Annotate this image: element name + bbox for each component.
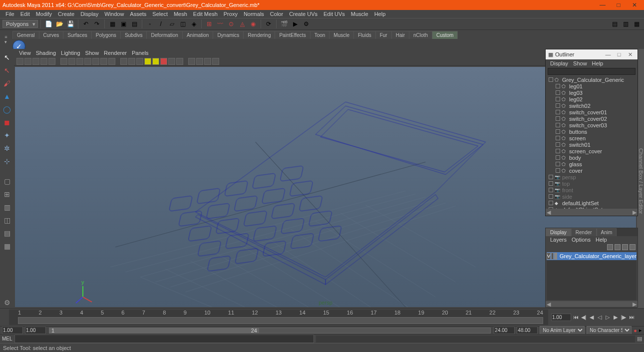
view-transform-icon[interactable] [196,58,203,65]
gate-mask-icon[interactable] [84,58,91,65]
menu-color[interactable]: Color [267,11,286,17]
menu-edit[interactable]: Edit [17,11,33,17]
xray-joints-icon[interactable] [176,58,183,65]
panel-menu-shading[interactable]: Shading [33,50,58,56]
menu-mesh[interactable]: Mesh [171,11,190,17]
shelf-tab-fur[interactable]: Fur [375,31,392,39]
layer-list[interactable]: VGrey_Calculator_Generic_layer [547,252,637,300]
close-button[interactable]: ✕ [628,1,642,9]
menu-muscle[interactable]: Muscle [348,11,371,17]
snap-live-icon[interactable]: ◉ [248,19,258,29]
outliner-close-button[interactable]: ✕ [625,51,635,58]
outliner-item[interactable]: ◆defaultLightSet [546,200,638,206]
snap-point-icon[interactable]: ⊙ [226,19,236,29]
character-set-select[interactable]: No Character Set [587,326,632,335]
outliner-item[interactable]: ⬠cover [546,167,638,174]
outliner-layout[interactable]: ▤ [1,228,12,239]
anim-end-field[interactable] [517,327,538,334]
outliner-menu[interactable]: DisplayShowHelp [546,59,638,67]
move-tool[interactable]: ▲ [1,91,12,102]
panel-menu-panels[interactable]: Panels [129,50,151,56]
layer-menu-options[interactable]: Options [569,237,593,243]
outliner-menu-show[interactable]: Show [571,60,590,66]
toggle-toolsettings-icon[interactable]: ▥ [621,19,631,29]
wireframe-icon[interactable] [120,58,127,65]
command-input[interactable] [14,335,314,343]
use-all-lights-icon[interactable] [144,58,151,65]
outliner-menu-help[interactable]: Help [590,60,606,66]
menu-select[interactable]: Select [149,11,171,17]
xray-icon[interactable] [168,58,175,65]
shelf-tab-surfaces[interactable]: Surfaces [63,31,91,39]
outliner-minimize-button[interactable]: — [603,51,613,58]
outliner-hscroll[interactable]: ◀▶ [546,209,638,216]
select-component-icon[interactable]: ▤ [129,19,139,29]
menu-create[interactable]: Create [55,11,77,17]
step-back-key-icon[interactable]: ◀| [580,314,587,321]
outliner-search-input[interactable] [548,68,636,75]
exposure-icon[interactable] [204,58,211,65]
autokey-icon[interactable]: ● [634,328,637,334]
script-language-label[interactable]: MEL [2,336,12,342]
outliner-item[interactable]: ⬠leg03 [546,89,638,96]
textured-icon[interactable] [136,58,143,65]
shelf-tab-painteffects[interactable]: PaintEffects [275,31,310,39]
panel-menu-lighting[interactable]: Lighting [58,50,83,56]
outliner-item[interactable]: ⬠switch_cover01 [546,109,638,115]
layer-menu-help[interactable]: Help [593,237,610,243]
save-scene-icon[interactable]: 💾 [65,19,75,29]
gamma-icon[interactable] [212,58,219,65]
viewport-persp[interactable]: y persp FRONT [15,67,636,307]
three-pane-layout[interactable]: ◫ [1,215,12,226]
rotate-tool[interactable]: ◯ [1,104,12,115]
isolate-select-icon[interactable] [188,58,195,65]
outliner-item[interactable]: ⬠glass [546,161,638,167]
menu-assets[interactable]: Assets [127,11,149,17]
select-object-icon[interactable]: ▣ [118,19,128,29]
shelf-tab-hair[interactable]: Hair [391,31,409,39]
safe-action-icon[interactable] [100,58,107,65]
layer-tab-anim[interactable]: Anim [597,228,617,236]
grease-pencil-icon[interactable] [48,58,55,65]
move-layer-up-icon[interactable] [607,244,613,250]
outliner-item[interactable]: ⬠switch01 [546,141,638,148]
uv-mask-icon[interactable]: ◫ [178,19,188,29]
render-settings-icon[interactable]: ⚙ [301,19,311,29]
layer-menu-layers[interactable]: Layers [548,237,569,243]
single-pane-layout[interactable]: ▢ [1,176,12,187]
outliner-item[interactable]: ⬠switch_cover03 [546,122,638,128]
shelf-tab-general[interactable]: General [12,31,39,39]
outliner-item[interactable]: ⬠Grey_Calculator_Generic [546,76,638,83]
shelf-tab-curves[interactable]: Curves [39,31,64,39]
shelf-tab-polygons[interactable]: Polygons [91,31,121,39]
scale-tool[interactable]: ◼ [1,117,12,128]
shelf-tab-dynamics[interactable]: Dynamics [213,31,244,39]
outliner-item[interactable]: ⬠screen_cover [546,148,638,154]
safe-title-icon[interactable] [108,58,115,65]
shelf-tabs[interactable]: GeneralCurvesSurfacesPolygonsSubdivsDefo… [0,30,644,39]
edge-mask-icon[interactable]: / [156,19,166,29]
manip-tool[interactable]: ✦ [1,130,12,141]
resolution-gate-icon[interactable] [76,58,83,65]
menu-proxy[interactable]: Proxy [221,11,241,17]
select-hierarchy-icon[interactable]: ▦ [107,19,117,29]
script-editor-icon[interactable]: ▤ [637,336,642,342]
step-back-icon[interactable]: ◀ [588,314,595,321]
undo-icon[interactable]: ↶ [81,19,91,29]
menu-create-uvs[interactable]: Create UVs [286,11,321,17]
select-tool[interactable]: ↖ [1,52,12,63]
menu-normals[interactable]: Normals [241,11,267,17]
panel-menu[interactable]: ViewShadingLightingShowRendererPanels [14,49,637,57]
main-menu[interactable]: FileEditModifyCreateDisplayWindowAssetsS… [0,10,644,18]
outliner-item[interactable]: ⬠leg02 [546,96,638,102]
soft-mod-tool[interactable]: ✲ [1,143,12,154]
minimize-button[interactable]: — [596,1,610,9]
new-layer-selected-icon[interactable] [630,244,636,250]
menu-edit-mesh[interactable]: Edit Mesh [190,11,221,17]
layer-tab-display[interactable]: Display [546,228,571,236]
four-pane-layout[interactable]: ⊞ [1,189,12,200]
image-plane-icon[interactable] [32,58,39,65]
hull-mask-icon[interactable]: ◈ [189,19,199,29]
outliner-item[interactable]: 📷persp [546,174,638,180]
field-chart-icon[interactable] [92,58,99,65]
